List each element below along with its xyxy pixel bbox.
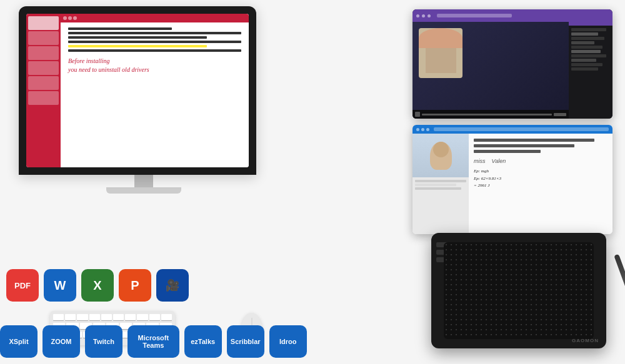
- key: [137, 314, 148, 320]
- participant-panel: [412, 134, 469, 234]
- software-badges: XSplit ZOOM Twitch Microsoft Teams ezTal…: [0, 325, 307, 358]
- chat-line: [571, 50, 601, 53]
- twitch-dot: [428, 14, 431, 17]
- key: [125, 314, 136, 320]
- badge-eztalks[interactable]: ezTalks: [184, 325, 222, 358]
- text-line: [68, 32, 241, 34]
- key: [89, 314, 100, 320]
- tablet-active-area: [444, 242, 594, 339]
- screen-main: Before installingyou need to uninstall o…: [61, 14, 249, 167]
- text-line: [474, 144, 574, 147]
- screen-sidebar: [26, 14, 61, 167]
- key: [53, 314, 64, 320]
- badge-scribblar[interactable]: Scribblar: [227, 325, 264, 358]
- person-video: [412, 134, 469, 177]
- sidebar-thumb: [28, 16, 59, 30]
- sidebar-thumb: [28, 91, 59, 105]
- control-btn: [415, 112, 420, 117]
- chat-header: [569, 22, 612, 26]
- screen-toolbar: [61, 14, 249, 22]
- chat-line: [571, 67, 598, 71]
- teaching-content: miss Valen Ep: mgh Ep: 62×9.81×3 = 2961 …: [412, 134, 612, 234]
- monitor-screen: Before installingyou need to uninstall o…: [26, 14, 249, 167]
- handwriting-text: Before installingyou need to uninstall o…: [68, 57, 241, 74]
- tablet-surface: [444, 242, 594, 339]
- progress-bar: [422, 114, 552, 116]
- participant-list: [412, 177, 469, 194]
- twitch-controls: [412, 110, 569, 119]
- toolbar-btn: [73, 16, 77, 20]
- key: [101, 314, 112, 320]
- badge-twitch[interactable]: Twitch: [85, 325, 122, 358]
- screen-text-area: Before installingyou need to uninstall o…: [66, 26, 244, 76]
- key: [77, 314, 88, 320]
- participant-item: [415, 187, 461, 190]
- text-line: [68, 41, 241, 43]
- stylus: [614, 254, 625, 338]
- pdf-icon[interactable]: PDF: [6, 269, 39, 302]
- ppt-icon[interactable]: P: [119, 269, 151, 302]
- participant-item: [415, 180, 466, 182]
- right-section: miss Valen Ep: mgh Ep: 62×9.81×3 = 2961 …: [400, 0, 625, 364]
- browser-dot: [416, 128, 419, 131]
- chat-line: [571, 46, 602, 49]
- monitor-neck: [134, 175, 153, 187]
- tablet-container: GAOMON: [431, 233, 619, 358]
- app-icons-row: PDF W X P 🎥: [6, 269, 189, 302]
- monitor: Before installingyou need to uninstall o…: [19, 6, 256, 175]
- monitor-container: Before installingyou need to uninstall o…: [19, 6, 269, 206]
- url-bar: [437, 14, 512, 17]
- badge-zoom[interactable]: ZOOM: [42, 325, 80, 358]
- screenshot-teaching: miss Valen Ep: mgh Ep: 62×9.81×3 = 2961 …: [412, 125, 612, 234]
- screenshot-twitch: [412, 9, 612, 119]
- chat-line: [571, 63, 602, 66]
- browser-dot: [421, 128, 424, 131]
- chat-line: [571, 59, 596, 62]
- time-display: [554, 113, 566, 116]
- zoom-icon[interactable]: 🎥: [156, 269, 189, 302]
- drawing-tablet: GAOMON: [431, 233, 606, 348]
- word-icon[interactable]: W: [44, 269, 76, 302]
- text-line: [474, 150, 541, 153]
- key: [149, 314, 160, 320]
- url-bar: [434, 127, 609, 131]
- toolbar-btn: [68, 16, 72, 20]
- brand-logo: GAOMON: [572, 338, 599, 343]
- browser-bar: [412, 125, 612, 134]
- sidebar-thumb: [28, 31, 59, 45]
- twitch-content: [412, 22, 612, 119]
- key: [161, 314, 172, 320]
- twitch-video: [412, 22, 569, 110]
- text-line-highlight: [68, 45, 207, 47]
- handwriting-area: miss Valen Ep: mgh Ep: 62×9.81×3 = 2961 …: [474, 157, 608, 189]
- badge-microsoft-teams[interactable]: Microsoft Teams: [128, 325, 179, 358]
- twitch-chat: [569, 22, 612, 119]
- chat-line: [571, 28, 606, 31]
- monitor-base: [106, 187, 181, 194]
- twitch-main: [412, 22, 569, 119]
- toolbar-btn: [63, 16, 67, 20]
- chat-line: [571, 54, 606, 57]
- key: [113, 314, 124, 320]
- chat-line: [571, 32, 598, 36]
- chat-line: [571, 37, 604, 40]
- text-line: [68, 27, 172, 30]
- sidebar-thumb: [28, 46, 59, 60]
- sidebar-thumb: [28, 76, 59, 90]
- person-thumbnail: [419, 28, 462, 78]
- person-head: [433, 142, 449, 157]
- person-avatar: [430, 142, 452, 170]
- text-line: [68, 49, 241, 52]
- sidebar-thumb: [28, 61, 59, 75]
- twitch-dot: [422, 14, 425, 17]
- key: [65, 314, 76, 320]
- text-line: [68, 36, 207, 39]
- text-line: [474, 139, 594, 142]
- browser-dot: [426, 128, 429, 131]
- excel-icon[interactable]: X: [81, 269, 114, 302]
- participant-item: [415, 184, 456, 186]
- badge-idroo[interactable]: Idroo: [269, 325, 307, 358]
- screen-content: Before installingyou need to uninstall o…: [26, 14, 249, 167]
- badge-xsplit[interactable]: XSplit: [0, 325, 38, 358]
- chat-line: [571, 41, 594, 44]
